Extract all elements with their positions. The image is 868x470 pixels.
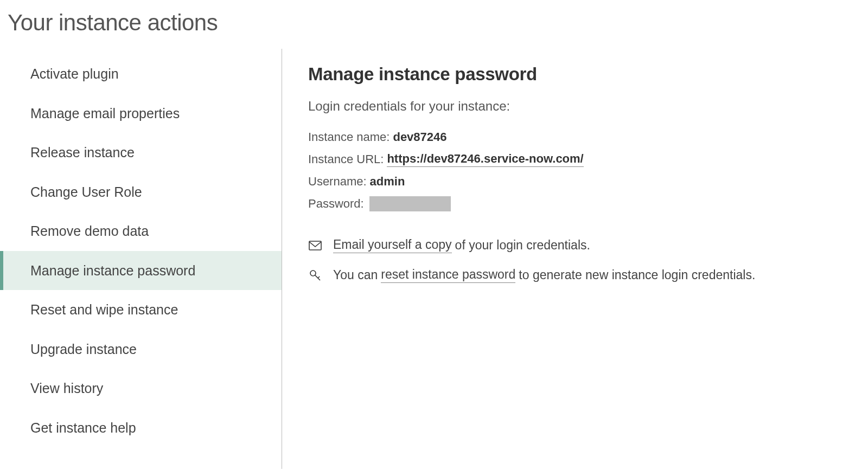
username-label: Username: xyxy=(308,175,367,189)
sidebar-item-manage-email-properties[interactable]: Manage email properties xyxy=(0,94,282,133)
sidebar-item-remove-demo-data[interactable]: Remove demo data xyxy=(0,211,282,251)
reset-action-row: You can reset instance password to gener… xyxy=(308,267,868,283)
mail-icon xyxy=(308,239,322,253)
username-value: admin xyxy=(370,175,405,189)
sidebar-item-upgrade-instance[interactable]: Upgrade instance xyxy=(0,330,282,369)
key-icon xyxy=(308,268,322,282)
instance-url-link[interactable]: https://dev87246.service-now.com/ xyxy=(387,152,583,167)
reset-action-prefix: You can xyxy=(333,268,378,282)
sidebar-item-change-user-role[interactable]: Change User Role xyxy=(0,172,282,212)
reset-action-suffix: to generate new instance login credentia… xyxy=(519,268,755,282)
email-action-suffix: of your login credentials. xyxy=(455,238,590,253)
instance-name-row: Instance name: dev87246 xyxy=(308,130,868,144)
instance-url-row: Instance URL: https://dev87246.service-n… xyxy=(308,152,868,167)
page-title: Your instance actions xyxy=(0,0,868,49)
password-row: Password: xyxy=(308,196,868,211)
main-title: Manage instance password xyxy=(308,64,868,85)
username-row: Username: admin xyxy=(308,175,868,189)
sidebar-item-reset-and-wipe-instance[interactable]: Reset and wipe instance xyxy=(0,290,282,330)
sidebar-item-release-instance[interactable]: Release instance xyxy=(0,133,282,172)
instance-url-label: Instance URL: xyxy=(308,152,384,166)
sidebar: Activate plugin Manage email properties … xyxy=(0,49,282,469)
password-label: Password: xyxy=(308,197,364,211)
sidebar-item-get-instance-help[interactable]: Get instance help xyxy=(0,408,282,448)
email-copy-link[interactable]: Email yourself a copy xyxy=(333,237,452,253)
reset-password-link[interactable]: reset instance password xyxy=(381,267,515,283)
credentials-subtitle: Login credentials for your instance: xyxy=(308,99,868,114)
password-redacted-box xyxy=(369,196,451,211)
instance-name-label: Instance name: xyxy=(308,130,390,144)
content-container: Activate plugin Manage email properties … xyxy=(0,49,868,469)
email-action-row: Email yourself a copy of your login cred… xyxy=(308,237,868,253)
sidebar-item-activate-plugin[interactable]: Activate plugin xyxy=(0,54,282,94)
sidebar-item-manage-instance-password[interactable]: Manage instance password xyxy=(0,251,282,291)
sidebar-item-view-history[interactable]: View history xyxy=(0,369,282,408)
main-panel: Manage instance password Login credentia… xyxy=(282,49,868,469)
svg-rect-0 xyxy=(309,241,321,250)
instance-name-value: dev87246 xyxy=(393,130,446,144)
